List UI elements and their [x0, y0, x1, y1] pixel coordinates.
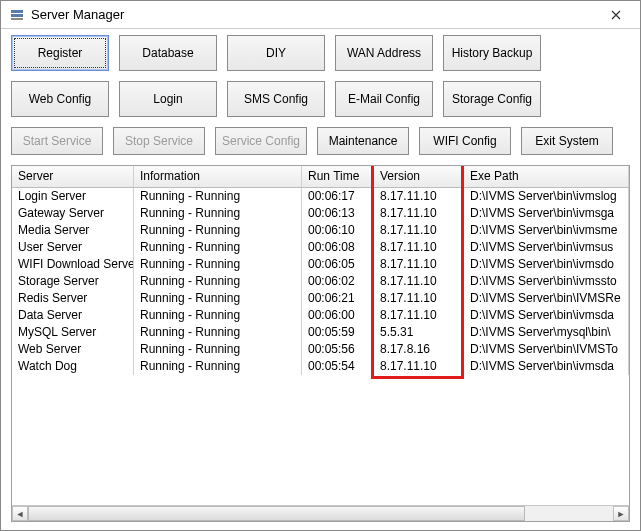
cell-path: D:\IVMS Server\bin\ivmssto [464, 273, 629, 290]
column-header-path[interactable]: Exe Path [464, 166, 629, 187]
scroll-left-arrow[interactable]: ◄ [12, 506, 28, 521]
column-header-server[interactable]: Server [12, 166, 134, 187]
cell-info: Running - Running [134, 256, 302, 273]
table-row[interactable]: Gateway ServerRunning - Running00:06:138… [12, 205, 629, 222]
cell-path: D:\IVMS Server\bin\ivmsdo [464, 256, 629, 273]
cell-info: Running - Running [134, 341, 302, 358]
cell-info: Running - Running [134, 239, 302, 256]
table-row[interactable]: Watch DogRunning - Running00:05:548.17.1… [12, 358, 629, 375]
cell-info: Running - Running [134, 273, 302, 290]
server-table: ServerInformationRun TimeVersionExe Path… [11, 165, 630, 522]
cell-info: Running - Running [134, 188, 302, 205]
toolbar-row: Web ConfigLoginSMS ConfigE-Mail ConfigSt… [11, 81, 630, 117]
titlebar: Server Manager [1, 1, 640, 29]
diy-button[interactable]: DIY [227, 35, 325, 71]
cell-run: 00:06:08 [302, 239, 374, 256]
cell-run: 00:06:05 [302, 256, 374, 273]
cell-ver: 5.5.31 [374, 324, 464, 341]
svg-rect-1 [11, 14, 23, 17]
cell-ver: 8.17.11.10 [374, 290, 464, 307]
table-row[interactable]: WIFI Download ServerRunning - Running00:… [12, 256, 629, 273]
cell-info: Running - Running [134, 205, 302, 222]
cell-server: MySQL Server [12, 324, 134, 341]
column-header-info[interactable]: Information [134, 166, 302, 187]
serviceconfig-button: Service Config [215, 127, 307, 155]
cell-ver: 8.17.11.10 [374, 358, 464, 375]
scroll-thumb[interactable] [28, 506, 525, 521]
svg-rect-2 [11, 18, 23, 20]
table-row[interactable]: Media ServerRunning - Running00:06:108.1… [12, 222, 629, 239]
cell-path: D:\IVMS Server\bin\ivmsda [464, 358, 629, 375]
scroll-track[interactable] [28, 506, 613, 521]
history-button[interactable]: History Backup [443, 35, 541, 71]
cell-server: Data Server [12, 307, 134, 324]
storageconfig-button[interactable]: Storage Config [443, 81, 541, 117]
cell-info: Running - Running [134, 222, 302, 239]
cell-server: Watch Dog [12, 358, 134, 375]
cell-path: D:\IVMS Server\bin\ivmslog [464, 188, 629, 205]
cell-run: 00:05:54 [302, 358, 374, 375]
table-row[interactable]: MySQL ServerRunning - Running00:05:595.5… [12, 324, 629, 341]
webconfig-button[interactable]: Web Config [11, 81, 109, 117]
table-row[interactable]: Storage ServerRunning - Running00:06:028… [12, 273, 629, 290]
cell-ver: 8.17.11.10 [374, 273, 464, 290]
cell-info: Running - Running [134, 358, 302, 375]
toolbar-row: RegisterDatabaseDIYWAN AddressHistory Ba… [11, 35, 630, 71]
login-button[interactable]: Login [119, 81, 217, 117]
svg-rect-0 [11, 10, 23, 13]
cell-ver: 8.17.11.10 [374, 239, 464, 256]
stopservice-button: Stop Service [113, 127, 205, 155]
toolbar: RegisterDatabaseDIYWAN AddressHistory Ba… [11, 35, 630, 165]
table-body: Login ServerRunning - Running00:06:178.1… [12, 188, 629, 375]
cell-path: D:\IVMS Server\bin\ivmsus [464, 239, 629, 256]
cell-path: D:\IVMS Server\bin\ivmsme [464, 222, 629, 239]
scroll-right-arrow[interactable]: ► [613, 506, 629, 521]
emailconfig-button[interactable]: E-Mail Config [335, 81, 433, 117]
cell-run: 00:06:00 [302, 307, 374, 324]
cell-path: D:\IVMS Server\bin\IVMSTo [464, 341, 629, 358]
smsconfig-button[interactable]: SMS Config [227, 81, 325, 117]
table-row[interactable]: Data ServerRunning - Running00:06:008.17… [12, 307, 629, 324]
cell-ver: 8.17.11.10 [374, 307, 464, 324]
server-manager-icon [9, 7, 25, 23]
window: Server Manager RegisterDatabaseDIYWAN Ad… [0, 0, 641, 531]
cell-run: 00:06:10 [302, 222, 374, 239]
cell-ver: 8.17.8.16 [374, 341, 464, 358]
toolbar-row: Start ServiceStop ServiceService ConfigM… [11, 127, 630, 155]
horizontal-scrollbar[interactable]: ◄ ► [12, 505, 629, 521]
cell-server: Login Server [12, 188, 134, 205]
table-row[interactable]: Web ServerRunning - Running00:05:568.17.… [12, 341, 629, 358]
exitsystem-button[interactable]: Exit System [521, 127, 613, 155]
wan-button[interactable]: WAN Address [335, 35, 433, 71]
database-button[interactable]: Database [119, 35, 217, 71]
cell-path: D:\IVMS Server\bin\IVMSRe [464, 290, 629, 307]
cell-path: D:\IVMS Server\bin\ivmsda [464, 307, 629, 324]
content: RegisterDatabaseDIYWAN AddressHistory Ba… [1, 29, 640, 530]
cell-server: Web Server [12, 341, 134, 358]
close-button[interactable] [598, 3, 634, 27]
cell-run: 00:06:13 [302, 205, 374, 222]
table-row[interactable]: Redis ServerRunning - Running00:06:218.1… [12, 290, 629, 307]
table-header: ServerInformationRun TimeVersionExe Path [12, 166, 629, 188]
cell-path: D:\IVMS Server\mysql\bin\ [464, 324, 629, 341]
cell-run: 00:06:02 [302, 273, 374, 290]
cell-run: 00:06:21 [302, 290, 374, 307]
cell-server: Storage Server [12, 273, 134, 290]
maintenance-button[interactable]: Maintenance [317, 127, 409, 155]
cell-server: Media Server [12, 222, 134, 239]
wificonfig-button[interactable]: WIFI Config [419, 127, 511, 155]
cell-server: Redis Server [12, 290, 134, 307]
register-button[interactable]: Register [11, 35, 109, 71]
cell-ver: 8.17.11.10 [374, 205, 464, 222]
cell-run: 00:05:56 [302, 341, 374, 358]
cell-server: Gateway Server [12, 205, 134, 222]
cell-ver: 8.17.11.10 [374, 188, 464, 205]
cell-info: Running - Running [134, 324, 302, 341]
startservice-button: Start Service [11, 127, 103, 155]
table-row[interactable]: Login ServerRunning - Running00:06:178.1… [12, 188, 629, 205]
table-row[interactable]: User ServerRunning - Running00:06:088.17… [12, 239, 629, 256]
cell-server: WIFI Download Server [12, 256, 134, 273]
column-header-ver[interactable]: Version [374, 166, 464, 187]
column-header-run[interactable]: Run Time [302, 166, 374, 187]
cell-info: Running - Running [134, 290, 302, 307]
